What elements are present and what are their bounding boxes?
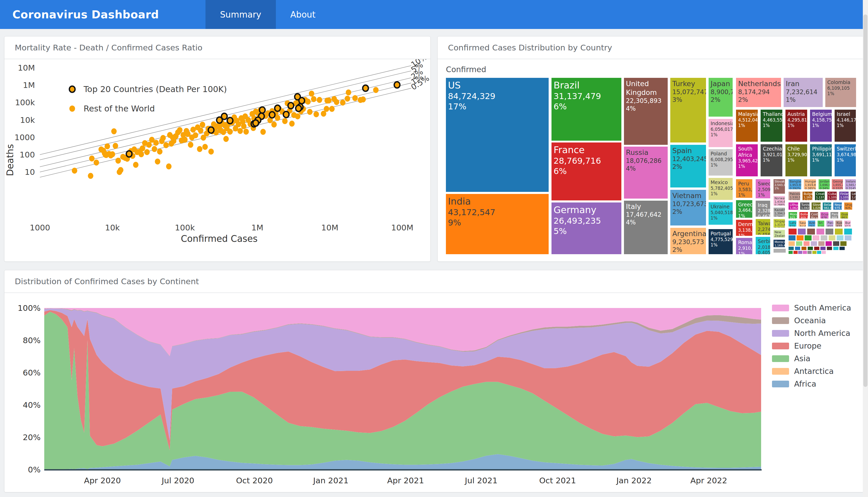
treemap-cell-croatia[interactable]: Croatia1,137,5970.228% <box>815 191 825 200</box>
treemap-cell-us[interactable]: US84,724,32917% <box>446 78 549 192</box>
treemap-cell-small[interactable] <box>814 247 819 250</box>
legend-item-oceania[interactable]: Oceania <box>772 316 851 325</box>
scatter-point-rest[interactable] <box>373 87 378 93</box>
treemap-cell-south-africa[interactable]: South Africa3,965,4221% <box>736 144 758 176</box>
scatter-point-rest[interactable] <box>146 142 152 148</box>
scatter-point-rest[interactable] <box>197 146 202 152</box>
scatter-point-rest[interactable] <box>72 168 77 173</box>
scatter-point-rest[interactable] <box>182 137 188 143</box>
scatter-point-rest[interactable] <box>198 127 203 133</box>
legend-item-asia[interactable]: Asia <box>772 354 851 363</box>
treemap-cell-small[interactable] <box>788 251 793 254</box>
scatter-point-top20[interactable] <box>288 103 294 109</box>
scatter-point-rest[interactable] <box>275 115 280 121</box>
treemap-cell-small[interactable] <box>821 235 827 241</box>
treemap-cell-kazakhstan[interactable]: Kazakhstan1,394,9350.28% <box>773 208 785 217</box>
scatter-legend-marker[interactable] <box>69 105 75 112</box>
treemap-cell-burma[interactable]: Burma613,5530.123% <box>844 221 851 227</box>
treemap-cell-small[interactable] <box>827 247 832 250</box>
legend-item-antarctica[interactable]: Antarctica <box>772 367 851 376</box>
treemap-cell-romania[interactable]: Romania2,910,0811% <box>736 238 752 254</box>
treemap-cell-czechia[interactable]: Czechia3,921,0151% <box>761 144 782 176</box>
treemap-cell-small[interactable] <box>773 249 786 252</box>
treemap-cell-small[interactable] <box>821 247 826 250</box>
scatter-point-top20[interactable] <box>394 82 400 88</box>
scatter-point-rest[interactable] <box>326 98 331 103</box>
scatter-point-rest[interactable] <box>94 159 99 166</box>
treemap-cell-small[interactable] <box>835 229 843 235</box>
scatter-point-rest[interactable] <box>360 97 366 102</box>
treemap-cell-argentina[interactable]: Argentina9,230,5732% <box>670 228 706 254</box>
treemap-cell-russia[interactable]: Russia18,076,2864% <box>624 147 668 199</box>
scatter-point-rest[interactable] <box>177 127 182 133</box>
scatter-point-rest[interactable] <box>113 143 118 149</box>
treemap-cell-small[interactable] <box>788 241 795 246</box>
treemap-cell-azerbaijan[interactable]: Azerbaijan792,7650.159% <box>808 221 815 227</box>
treemap-cell-small[interactable] <box>794 251 798 254</box>
treemap-cell-thailand[interactable]: Thailand4,463,5571% <box>761 110 782 141</box>
scatter-point-rest[interactable] <box>282 118 288 124</box>
treemap-cell-small[interactable] <box>840 241 846 246</box>
treemap-cell-small[interactable] <box>798 229 805 235</box>
page-scrollbar[interactable] <box>863 0 868 497</box>
scatter-point-rest[interactable] <box>115 158 121 164</box>
treemap-cell-iran[interactable]: Iran7,232,6141% <box>784 78 823 107</box>
treemap-cell-japan[interactable]: Japan8,900,7482% <box>708 78 733 117</box>
scatter-point-top20[interactable] <box>126 151 132 157</box>
scatter-point-rest[interactable] <box>227 129 233 135</box>
scatter-point-rest[interactable] <box>313 111 319 117</box>
scatter-legend-label[interactable]: Rest of the World <box>84 104 155 114</box>
scatter-point-rest[interactable] <box>161 135 166 141</box>
treemap-cell-small[interactable] <box>845 235 852 241</box>
scatter-point-top20[interactable] <box>227 117 233 124</box>
treemap-cell-small[interactable] <box>795 247 800 250</box>
scatter-point-rest[interactable] <box>118 167 123 173</box>
treemap-cell-small[interactable] <box>788 235 795 241</box>
treemap-cell-nepal[interactable]: Nepal979,1820.196% <box>833 202 842 210</box>
treemap-cell-mexico[interactable]: Mexico5,782,4051% <box>708 178 733 200</box>
treemap-cell-lithuania[interactable]: Lithuania1,062,9500.213% <box>788 202 798 210</box>
treemap-cell-singapore[interactable]: Singapore1,313,8490.264% <box>773 219 785 228</box>
treemap-cell-portugal[interactable]: Portugal4,775,5291% <box>708 229 733 254</box>
treemap-cell-morocco[interactable]: Morocco1,169,4820.235% <box>773 240 785 247</box>
treemap-cell-taiwan-[interactable]: Taiwan*2,274,6660.456% <box>756 219 770 235</box>
treemap-cell-hungary[interactable]: Hungary1,919,8400.385% <box>804 179 816 189</box>
legend-item-europe[interactable]: Europe <box>772 341 851 350</box>
treemap-cell-small[interactable] <box>788 247 794 250</box>
scatter-point-rest[interactable] <box>140 145 145 151</box>
treemap-cell-netherlands[interactable]: Netherlands8,174,2942% <box>736 78 781 107</box>
treemap-cell-small[interactable] <box>816 229 824 235</box>
treemap-cell-small[interactable] <box>804 235 811 241</box>
treemap-cell-small[interactable] <box>803 251 807 254</box>
scatter-point-rest[interactable] <box>110 151 115 157</box>
scatter-point-rest[interactable] <box>237 128 243 134</box>
treemap-cell-colombia[interactable]: Colombia6,109,1051% <box>825 78 856 107</box>
treemap-cell-small[interactable] <box>796 241 802 246</box>
treemap-cell-small[interactable] <box>829 235 836 241</box>
treemap-cell-small[interactable] <box>808 247 813 250</box>
legend-item-south-america[interactable]: South America <box>772 303 851 312</box>
scatter-point-rest[interactable] <box>166 164 171 169</box>
scatter-point-rest[interactable] <box>311 96 317 102</box>
scatter-point-top20[interactable] <box>253 120 259 126</box>
treemap-cell-sri-lanka[interactable]: Sri Lanka663,6130.133% <box>817 221 825 227</box>
scatter-point-rest[interactable] <box>208 149 214 155</box>
scatter-point-rest[interactable] <box>317 97 322 103</box>
treemap-cell-small[interactable] <box>812 251 816 254</box>
scatter-point-rest[interactable] <box>111 128 117 134</box>
treemap-cell-slovakia[interactable]: Slovakia2,543,1601% <box>773 179 785 194</box>
area-chart-legend[interactable]: South AmericaOceaniaNorth AmericaEuropeA… <box>772 303 851 392</box>
scatter-point-top20[interactable] <box>259 107 265 113</box>
scatter-point-rest[interactable] <box>345 96 350 102</box>
treemap-cell-jordan[interactable]: Jordan1,696,9370.34% <box>818 179 830 189</box>
tab-about[interactable]: About <box>276 0 330 29</box>
treemap-cell-costa-rica[interactable]: Costa Rica904,9340.182% <box>810 212 818 219</box>
treemap-cell-small[interactable] <box>833 247 839 250</box>
scatter-point-top20[interactable] <box>275 105 280 111</box>
treemap-cell-chile[interactable]: Chile3,729,9061% <box>785 144 807 176</box>
treemap-cell-germany[interactable]: Germany26,493,2355% <box>551 202 621 254</box>
treemap-cell-small[interactable] <box>833 241 839 246</box>
scatter-point-top20[interactable] <box>270 112 275 118</box>
scatter-point-rest[interactable] <box>334 99 339 105</box>
treemap-cell-peru[interactable]: Peru3,583,4031% <box>736 179 752 198</box>
